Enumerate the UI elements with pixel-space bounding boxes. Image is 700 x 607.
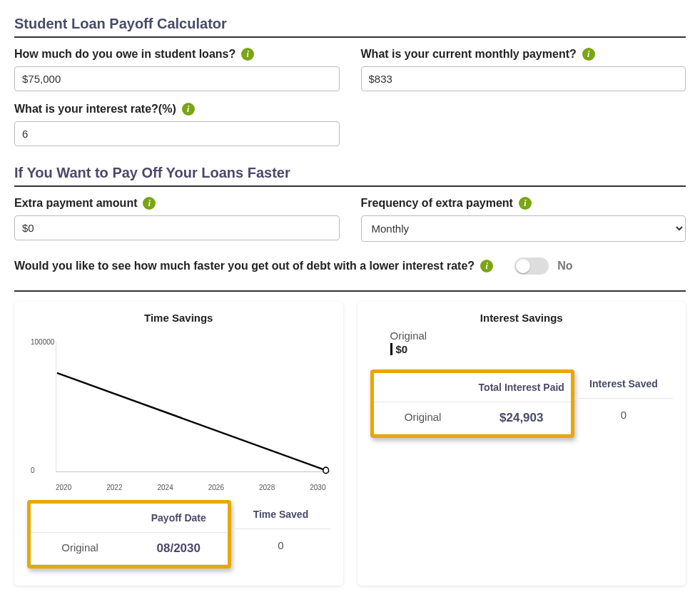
time-chart: 100000 0 — [27, 330, 330, 479]
payment-input[interactable] — [361, 66, 686, 91]
legend-original-value: $0 — [390, 343, 674, 355]
interest-saved-head: Interest Saved — [574, 369, 673, 399]
section1-title: Student Loan Payoff Calculator — [14, 16, 686, 38]
freq-field: Frequency of extra payment i Monthly — [361, 197, 686, 242]
lower-rate-toggle[interactable] — [514, 257, 549, 275]
section2-title: If You Want to Pay Off Your Loans Faster — [14, 165, 686, 187]
rate-input[interactable] — [14, 121, 340, 146]
total-interest-value: $24,903 — [472, 402, 571, 434]
total-interest-head: Total Interest Paid — [472, 373, 571, 402]
payment-field: What is your current monthly payment? i — [361, 48, 686, 91]
owe-input[interactable] — [14, 66, 340, 91]
payoff-highlight: . Payoff Date Original 08/2030 — [27, 500, 231, 568]
svg-point-3 — [323, 467, 329, 473]
time-row-label: Original — [31, 533, 129, 565]
info-icon[interactable]: i — [480, 260, 493, 272]
extra-input[interactable] — [14, 215, 340, 240]
interest-highlight: . Total Interest Paid Original $24,903 — [370, 369, 574, 438]
info-icon[interactable]: i — [182, 103, 195, 116]
rate-field: What is your interest rate?(%) i — [14, 103, 340, 146]
freq-label: Frequency of extra payment — [361, 197, 513, 210]
toggle-value: No — [557, 260, 572, 272]
toggle-question: Would you like to see how much faster yo… — [14, 260, 475, 272]
extra-label: Extra payment amount — [14, 197, 137, 210]
time-saved-value: 0 — [231, 529, 330, 561]
x-axis: 202020222024202620282030 — [27, 484, 330, 491]
interest-legend: Original $0 — [390, 330, 674, 355]
ytick-100000: 100000 — [31, 337, 54, 345]
owe-field: How much do you owe in student loans? i — [14, 48, 340, 91]
interest-saved-value: 0 — [574, 399, 673, 431]
info-icon[interactable]: i — [143, 197, 156, 210]
time-saved-head: Time Saved — [231, 500, 330, 529]
interest-row-label: Original — [374, 402, 472, 434]
info-icon[interactable]: i — [582, 48, 595, 61]
extra-field: Extra payment amount i — [14, 197, 340, 242]
svg-line-2 — [57, 373, 326, 471]
rate-label: What is your interest rate?(%) — [14, 103, 176, 116]
legend-original-label: Original — [390, 330, 674, 342]
payoff-date-value: 08/2030 — [129, 533, 228, 565]
payoff-date-head: Payoff Date — [129, 504, 228, 533]
info-icon[interactable]: i — [241, 48, 254, 61]
freq-select[interactable]: Monthly — [361, 215, 686, 242]
time-savings-card: Time Savings 100000 0 202020222024202620… — [14, 302, 343, 586]
info-icon[interactable]: i — [519, 197, 532, 210]
ytick-0: 0 — [31, 466, 35, 474]
owe-label: How much do you owe in student loans? — [14, 48, 235, 61]
interest-savings-card: Interest Savings Original $0 . Total Int… — [357, 302, 686, 586]
interest-card-title: Interest Savings — [370, 312, 674, 324]
time-card-title: Time Savings — [27, 312, 330, 324]
payment-label: What is your current monthly payment? — [361, 48, 577, 61]
